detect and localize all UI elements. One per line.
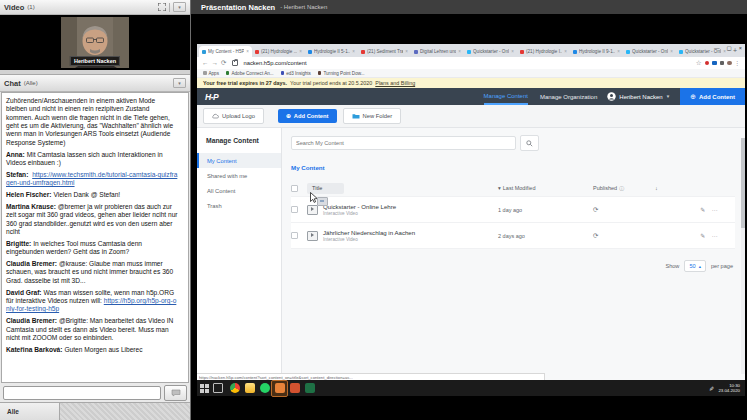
app-icon: [230, 383, 240, 393]
h5p-logo[interactable]: H-P: [205, 88, 218, 105]
back-icon[interactable]: ←: [202, 60, 209, 67]
refresh-icon[interactable]: ⟳: [221, 60, 226, 67]
sidebar-item[interactable]: Shared with me: [197, 168, 281, 183]
column-published[interactable]: Published ⓘ: [593, 185, 655, 191]
webcam-video-tile[interactable]: Heribert Nacken: [61, 17, 129, 68]
browser-tab[interactable]: Quickstarter - Onli... ×: [623, 46, 676, 57]
tab-favicon: [414, 50, 418, 54]
page-scrollbar[interactable]: [741, 138, 745, 374]
tab-close-icon[interactable]: ×: [564, 49, 567, 54]
bookmark-item[interactable]: Adobe Connect An...: [226, 71, 274, 76]
bookmark-item[interactable]: Turning Point Dow...: [318, 71, 365, 76]
chat-link[interactable]: https://www.techsmith.de/tutorial-camtas…: [6, 171, 177, 186]
extension-icon[interactable]: [720, 61, 725, 66]
tab-close-icon[interactable]: ×: [511, 49, 514, 54]
chat-message-list[interactable]: Zuhörenden/Anschauenden in einem aktiven…: [1, 92, 189, 383]
window-minimize-icon[interactable]: —: [714, 45, 720, 51]
bookmark-star-icon[interactable]: ☆: [696, 60, 702, 67]
fullscreen-icon[interactable]: [158, 3, 166, 11]
sidebar-item[interactable]: Trash: [197, 198, 281, 213]
taskbar-app[interactable]: [272, 381, 287, 396]
tab-close-icon[interactable]: ×: [458, 49, 461, 54]
breadcrumb[interactable]: My Content: [291, 164, 735, 171]
table-row[interactable]: Quickstarter - Online Lehre Interactive …: [291, 196, 735, 223]
chat-tab-alle[interactable]: Alle: [0, 403, 60, 420]
upload-logo-button[interactable]: Upload Logo: [203, 108, 264, 124]
edit-pencil-icon[interactable]: ✎: [700, 207, 705, 213]
sidebar-item[interactable]: All Content: [197, 183, 281, 198]
column-download[interactable]: ↓: [655, 185, 683, 191]
adblock-extension-icon[interactable]: [705, 61, 710, 66]
row-checkbox[interactable]: [291, 232, 298, 239]
lock-icon: [232, 60, 238, 66]
taskbar-app[interactable]: [302, 381, 317, 396]
window-close-icon[interactable]: ×: [739, 45, 742, 51]
new-folder-button[interactable]: New Folder: [343, 108, 402, 124]
user-menu[interactable]: Heribert Nacken ▼: [607, 88, 670, 105]
page-size-select[interactable]: 50 ▴: [684, 260, 706, 272]
pod-options-icon[interactable]: ▾: [173, 2, 186, 12]
browser-tab[interactable]: Hydrologie II 9-1... ×: [570, 46, 623, 57]
select-all-checkbox[interactable]: [291, 185, 298, 192]
taskbar-app[interactable]: [227, 381, 242, 396]
published-status-icon[interactable]: ⟳: [593, 206, 655, 214]
taskbar-app[interactable]: [257, 381, 272, 396]
taskbar-clock[interactable]: 10:30 23.04.2020: [718, 383, 740, 393]
content-title[interactable]: Jährlicher Niederschlag in Aachen: [323, 229, 498, 236]
published-status-icon[interactable]: ⟳: [593, 232, 655, 240]
pod-options-icon[interactable]: ▾: [173, 78, 186, 88]
search-button[interactable]: [520, 135, 539, 151]
sidebar-item[interactable]: My Content: [197, 153, 281, 168]
row-checkbox[interactable]: [291, 206, 298, 213]
chat-input[interactable]: [3, 386, 161, 400]
tab-favicon: [202, 50, 206, 54]
content-title[interactable]: Quickstarter - Online Lehre: [323, 203, 498, 210]
browser-tab[interactable]: (21) Hydrologie ... ×: [252, 46, 305, 57]
chevron-up-icon: ▴: [699, 264, 701, 269]
windows-ink-icon[interactable]: ✎: [709, 385, 714, 392]
search-input[interactable]: [291, 136, 516, 150]
bookmark-item[interactable]: Apps: [203, 71, 219, 76]
more-options-icon[interactable]: ···: [712, 233, 718, 239]
add-content-nav-button[interactable]: ⊕ Add Content: [680, 88, 745, 105]
edit-pencil-icon[interactable]: ✎: [700, 233, 705, 239]
task-view-button[interactable]: [213, 383, 223, 393]
add-content-button[interactable]: ⊕ Add Content: [278, 109, 337, 123]
chat-text: Guten Morgen aus Liberec: [64, 346, 142, 353]
add-content-label: Add Content: [294, 113, 329, 119]
profile-avatar[interactable]: [727, 61, 732, 66]
browser-tab[interactable]: Hydrologie II 5-1... ×: [305, 46, 358, 57]
nav-manage-organization[interactable]: Manage Organization: [540, 88, 597, 105]
start-button[interactable]: [200, 384, 209, 393]
more-options-icon[interactable]: ···: [712, 207, 718, 213]
forward-icon[interactable]: →: [212, 60, 219, 67]
browser-tab[interactable]: (21) Sediment Tra... ×: [358, 46, 411, 57]
browser-tab[interactable]: My Content - H5P ×: [199, 46, 252, 57]
browser-tab[interactable]: Digital Lehren und... ×: [411, 46, 464, 57]
tab-close-icon[interactable]: ×: [299, 49, 302, 54]
h5p-page: Upload Logo ⊕ Add Content New Folder: [197, 105, 745, 380]
url-text[interactable]: nacken.h5p.com/content: [243, 60, 306, 66]
send-message-button[interactable]: [164, 385, 187, 401]
bookmark-favicon: [318, 71, 322, 75]
taskbar-app[interactable]: [287, 381, 302, 396]
scrollbar-thumb[interactable]: [741, 138, 745, 228]
extension-icon[interactable]: [712, 61, 717, 66]
tab-close-icon[interactable]: ×: [670, 49, 673, 54]
chat-message: Zuhörenden/Anschauenden in einem aktiven…: [6, 97, 178, 147]
tab-close-icon[interactable]: ×: [405, 49, 408, 54]
plans-billing-link[interactable]: Plans and Billing: [375, 80, 415, 86]
browser-menu-icon[interactable]: ⋮: [735, 60, 741, 66]
table-row[interactable]: Jährlicher Niederschlag in Aachen Intera…: [291, 223, 735, 249]
tab-close-icon[interactable]: ×: [617, 49, 620, 54]
browser-tab[interactable]: Quickstarter - Onl... ×: [464, 46, 517, 57]
nav-manage-content[interactable]: Manage Content: [484, 88, 528, 105]
pagination: Show 50 ▴ per page: [291, 260, 735, 272]
browser-tab[interactable]: (21) Hydrologie I... ×: [517, 46, 570, 57]
bookmark-item[interactable]: ed3 Insights: [281, 71, 311, 76]
column-last-modified[interactable]: ▾ Last Modified: [498, 185, 593, 191]
window-maximize-icon[interactable]: ▢: [727, 45, 732, 51]
taskbar-app[interactable]: [242, 381, 257, 396]
tab-close-icon[interactable]: ×: [246, 49, 249, 54]
tab-close-icon[interactable]: ×: [352, 49, 355, 54]
